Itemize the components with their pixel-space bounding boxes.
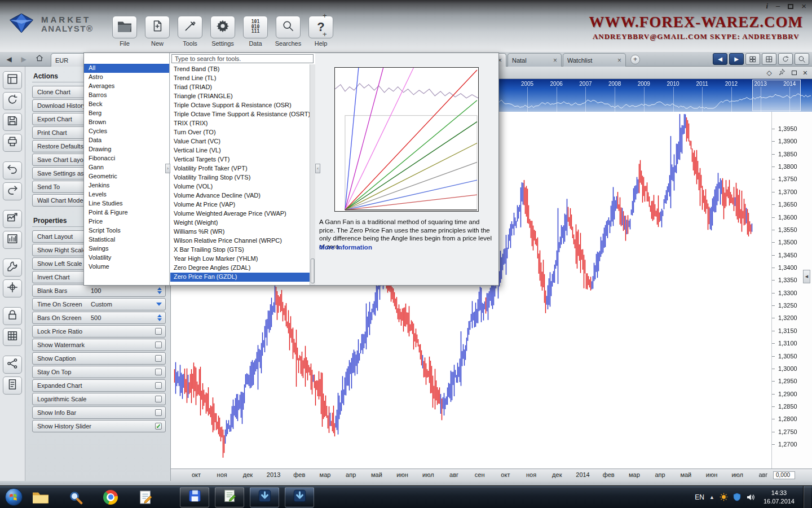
toolbar-data-button[interactable]: 101 010 111 Data [241,16,270,47]
tool-triple-octave-support-resistance-osr[interactable]: Triple Octave Support & Resistance (OSR) [170,101,315,110]
category-jenkins[interactable]: Jenkins [84,181,169,190]
category-swings[interactable]: Swings [84,244,169,253]
notes-button[interactable] [3,376,22,395]
time-on-screen-dropdown-chevron[interactable] [156,303,162,306]
more-information-link[interactable]: More Information [319,244,372,251]
tool-triad-triad[interactable]: Triad (TRIAD) [170,83,315,92]
tool-year-high-low-marker-yhlm[interactable]: Year High Low Marker (YHLM) [170,255,315,264]
tool-volatility-profit-taker-vpt[interactable]: Volatility Profit Taker (VPT) [170,164,315,173]
tool-zero-degree-angles-zdal[interactable]: Zero Degree Angles (ZDAL) [170,264,315,273]
save-button[interactable] [3,113,22,131]
redo-button[interactable] [3,182,22,200]
category-all[interactable]: All [84,64,169,73]
category-data[interactable]: Data [84,136,169,145]
tool-triple-octave-time-support-resistance-osrt[interactable]: Triple Octave Time Support & Resistance … [170,110,315,119]
category-script-tools[interactable]: Script Tools [84,226,169,235]
clock[interactable]: 14:33 16.07.2014 [764,489,795,506]
lock-button[interactable] [3,307,22,325]
taskbar-app-download-2[interactable] [285,487,314,507]
property-show-info-bar[interactable]: Show Info Bar [32,406,166,419]
category-geometric[interactable]: Geometric [84,172,169,181]
toolbar-settings-button[interactable]: Settings [209,16,237,47]
taskbar-app-download-1[interactable] [250,487,279,507]
tool-wilson-relative-price-channel-wrpc[interactable]: Wilson Relative Price Channel (WRPC) [170,237,315,246]
lock-price-ratio-checkbox[interactable] [155,328,162,335]
tab-close-icon[interactable]: × [617,58,621,63]
property-blank-bars[interactable]: Blank Bars 100 [32,284,166,297]
category-volatility[interactable]: Volatility [84,253,169,262]
tool-weight-weight[interactable]: Weight (Weight) [170,218,315,227]
tool-volume-advance-decline-vad[interactable]: Volume Advance Decline (VAD) [170,191,315,200]
expanded-chart-checkbox[interactable] [155,382,162,389]
tool-volume-weighted-average-price-vwap[interactable]: Volume Weighted Average Price (VWAP) [170,209,315,218]
maximize-panel-icon[interactable] [792,71,797,75]
search-app-icon[interactable] [66,488,85,507]
toolbar-help-button[interactable]: ? Help [307,16,335,47]
tool-williams-r-wr[interactable]: Williams %R (WR) [170,227,315,237]
property-show-watermark[interactable]: Show Watermark [32,339,166,351]
category-brown[interactable]: Brown [84,118,169,127]
back-button[interactable]: ◀ [2,54,16,65]
tool-turn-over-to[interactable]: Turn Over (TO) [170,128,315,137]
chart-layout-button[interactable] [3,71,22,89]
language-indicator[interactable]: EN [695,493,704,501]
toolbar-file-button[interactable]: File [111,16,139,47]
taskbar-app-notes[interactable] [215,487,244,507]
minimize-button[interactable]: – [776,2,780,10]
scrollbar-thumb[interactable] [311,259,315,283]
toolbar-tools-button[interactable]: Tools [176,16,204,47]
tool-search-input[interactable]: Type to search for tools. [171,54,314,63]
scale-collapse-button[interactable]: ◀ [803,270,810,283]
tool-x-bar-trailing-stop-gts[interactable]: X Bar Trailing Stop (GTS) [170,246,315,255]
property-lock-price-ratio[interactable]: Lock Price Ratio [32,325,166,338]
next-chart-button[interactable]: ▶ [729,53,744,65]
shield-icon[interactable] [733,493,741,501]
crosshair-button[interactable] [3,279,22,297]
property-show-history-slider[interactable]: Show History Slider ✓ [32,420,166,432]
prev-chart-button[interactable]: ◀ [713,53,727,65]
category-point-figure[interactable]: Point & Figure [84,208,169,217]
blank-bars-spinner[interactable] [157,287,162,294]
taskbar-app-save[interactable] [180,487,209,507]
diamond-icon[interactable]: ◇ [767,69,772,77]
home-button[interactable] [33,54,46,65]
wrench-button[interactable] [3,259,22,277]
history-slider-selection[interactable] [752,80,801,111]
explorer-icon[interactable] [31,488,50,507]
chrome-icon[interactable] [101,488,120,507]
tool-trend-band-tb[interactable]: Trend Band (TB) [170,65,315,74]
stay-on-top-checkbox[interactable] [155,369,162,375]
tool-trix-trix[interactable]: TRIX (TRIX) [170,119,315,128]
logarithmic-scale-checkbox[interactable] [155,396,162,402]
close-button[interactable]: × [801,2,806,10]
category-barros[interactable]: Barros [84,91,169,100]
share-button[interactable] [3,356,22,374]
category-gann[interactable]: Gann [84,163,169,172]
maximize-button[interactable] [788,4,793,9]
close-panel-icon[interactable]: × [803,69,807,77]
show-watermark-checkbox[interactable] [155,341,162,348]
show-info-bar-checkbox[interactable] [155,409,162,416]
property-stay-on-top[interactable]: Stay On Top [32,366,166,378]
print-button[interactable] [3,134,22,152]
search-button[interactable] [795,53,809,65]
property-show-caption[interactable]: Show Caption [32,352,166,365]
tab-close-icon[interactable]: × [553,58,557,63]
weather-icon[interactable] [720,493,728,501]
category-astro[interactable]: Astro [84,73,169,82]
category-levels[interactable]: Levels [84,190,169,199]
tool-zero-price-fan-gzdl[interactable]: Zero Price Fan (GZDL) [170,273,315,282]
chart-image-button[interactable] [3,231,22,249]
property-bars-on-screen[interactable]: Bars On Screen 500 [32,312,166,324]
tool-trend-line-tl[interactable]: Trend Line (TL) [170,74,315,83]
tool-value-chart-vc[interactable]: Value Chart (VC) [170,137,315,146]
tool-vertical-targets-vt[interactable]: Vertical Targets (VT) [170,155,315,164]
info-button[interactable]: i [766,2,768,10]
category-beck[interactable]: Beck [84,100,169,109]
refresh-button[interactable] [3,92,22,110]
tab-watchlist[interactable]: Watchlist × [563,53,626,67]
bars-on-screen-spinner[interactable] [157,314,162,321]
price-scale[interactable]: 1,39501,39001,38501,38001,37501,37001,36… [771,112,812,468]
category-berg[interactable]: Berg [84,109,169,118]
grid-button[interactable] [3,328,22,346]
